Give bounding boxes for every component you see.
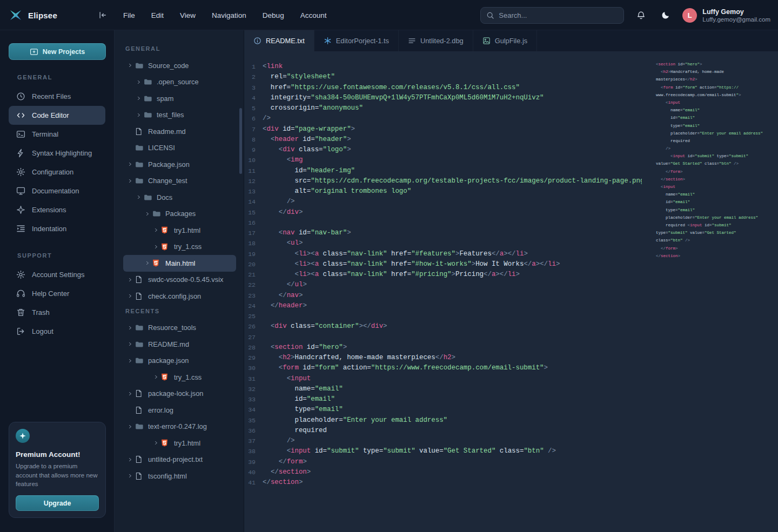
chevron-right-icon[interactable] (134, 113, 144, 117)
chevron-right-icon[interactable] (143, 261, 152, 265)
tree-item-check-config-json[interactable]: check.config.json (123, 288, 236, 305)
tree-item-try1-html[interactable]: try1.html (123, 222, 236, 239)
code-line: 18 <ul> (244, 238, 642, 248)
search-input[interactable] (499, 11, 618, 19)
file-name: try_1.css (174, 373, 202, 381)
chevron-right-icon[interactable] (143, 212, 152, 216)
sidebar-item-help-center[interactable]: Help Center (9, 284, 105, 303)
chevron-right-icon[interactable] (125, 392, 135, 396)
chevron-right-icon[interactable] (125, 63, 135, 68)
explorer-scrollbar[interactable] (239, 108, 242, 174)
sidebar-item-label: Terminal (32, 130, 58, 138)
sidebar-item-terminal[interactable]: Terminal (9, 125, 105, 144)
menu-navigation[interactable]: Navigation (212, 11, 246, 19)
tree-item-error-log[interactable]: error.log (123, 402, 236, 419)
sidebar-item-code-editor[interactable]: Code Editor (9, 106, 105, 125)
upgrade-button[interactable]: Upgrade (16, 495, 99, 511)
chevron-right-icon[interactable] (134, 195, 144, 199)
menu-debug[interactable]: Debug (263, 11, 284, 19)
chevron-right-icon[interactable] (134, 96, 144, 100)
code-text: <li><a class="nav-link" href="#features"… (263, 249, 528, 259)
menu-view[interactable]: View (180, 11, 196, 19)
tree-item-packages[interactable]: Packages (123, 206, 236, 223)
notifications-bell-button[interactable] (633, 7, 649, 23)
tree-item-docs[interactable]: Docs (123, 189, 236, 206)
collapse-sidebar-button[interactable] (95, 8, 110, 23)
tab-editorporject-1-ts[interactable]: EditorPorject-1.ts (314, 30, 399, 51)
tree-item-package-json[interactable]: package.json (123, 353, 236, 369)
line-number: 10 (244, 155, 263, 165)
tree-item-readme-md[interactable]: README.md (123, 336, 236, 353)
tree-item-package-lock-json[interactable]: package-lock.json (123, 386, 236, 402)
chevron-right-icon[interactable] (134, 80, 144, 84)
tree-item-package-json[interactable]: Package.json (123, 156, 236, 173)
tree-item-try-1-css[interactable]: try_1.css (123, 369, 236, 386)
chevron-right-icon[interactable] (125, 474, 135, 478)
chevron-right-icon[interactable] (125, 294, 135, 298)
tab-gulpfile-js[interactable]: GulpFile.js (473, 30, 537, 51)
chevron-right-icon[interactable] (151, 375, 161, 379)
menu-account[interactable]: Account (300, 11, 327, 19)
chevron-right-icon[interactable] (125, 425, 135, 429)
sidebar-item-account-settings[interactable]: Account Settings (9, 265, 105, 284)
chevron-right-icon[interactable] (125, 326, 135, 330)
minimap[interactable]: <section id="hero"> <h2>Handcrafted, hom… (642, 51, 778, 532)
minimap-line: <h2>Handcrafted, home-made (656, 68, 774, 76)
html-icon (161, 243, 172, 251)
sidebar-item-recent-files[interactable]: Recent Files (9, 87, 105, 106)
tree-item-open-source[interactable]: .open_source (123, 74, 236, 91)
tree-item-text-error-0-247-log[interactable]: text-error-0.247.log (123, 419, 236, 435)
sparkle-icon (16, 205, 25, 214)
new-projects-button[interactable]: New Projects (9, 43, 106, 60)
file-icon (135, 472, 146, 480)
zap-icon (16, 149, 25, 158)
tree-item-resuorce-tools[interactable]: Resuorce_tools (123, 320, 236, 336)
file-name: try_1.css (174, 243, 202, 251)
tree-item-source-code[interactable]: Source_code (123, 57, 236, 74)
sidebar-item-indentation[interactable]: Indentation (9, 219, 105, 238)
tab-untlited-2-dbg[interactable]: Untlited-2.dbg (399, 30, 473, 51)
sidebar-item-configuration[interactable]: Configuration (9, 163, 105, 181)
tree-item-change-test[interactable]: Change_test (123, 173, 236, 190)
file-name: README.md (148, 340, 189, 348)
sidebar-item-extensions[interactable]: Extensions (9, 200, 105, 219)
file-icon (135, 455, 146, 463)
menu-file[interactable]: File (123, 11, 135, 19)
tree-item-test-files[interactable]: test_files (123, 107, 236, 124)
chevron-right-icon[interactable] (151, 228, 161, 232)
user-profile[interactable]: L Luffy Gemoy Luffy.gemoy@gmail.com (682, 8, 770, 23)
chevron-right-icon[interactable] (125, 162, 135, 166)
tree-item-licensi[interactable]: LICENSI (123, 140, 236, 157)
chevron-right-icon[interactable] (125, 359, 135, 363)
chevron-right-icon[interactable] (125, 457, 135, 462)
sidebar-item-syntax-highlighting[interactable]: Syntax Highlighting (9, 144, 105, 163)
sidebar-item-trash[interactable]: Trash (9, 303, 105, 322)
tree-item-swdc-vscode-0-5-45-vsix[interactable]: swdc-vscode-0.5.45.vsix (123, 272, 236, 288)
line-number: 13 (244, 186, 263, 197)
tree-item-spam[interactable]: spam (123, 90, 236, 107)
tree-item-try-1-css[interactable]: try_1.css (123, 239, 236, 255)
sidebar-item-logout[interactable]: Logout (9, 322, 105, 341)
sidebar-item-label: Account Settings (32, 271, 85, 279)
menu-edit[interactable]: Edit (151, 11, 164, 19)
code-line: 41</section> (244, 477, 642, 488)
line-number: 7 (244, 124, 263, 134)
code-text: href="https://use.fontawesome.com/releas… (263, 83, 520, 93)
code-line: 33 id="email" (244, 394, 642, 405)
tree-item-tsconfig-html[interactable]: tsconfig.html (123, 468, 236, 484)
chevron-right-icon[interactable] (125, 342, 135, 346)
user-name: Luffy Gemoy (702, 8, 770, 16)
chevron-right-icon[interactable] (125, 179, 135, 183)
tab-readme-txt[interactable]: README.txt (244, 30, 314, 51)
user-meta: Luffy Gemoy Luffy.gemoy@gmail.com (702, 8, 770, 23)
tree-item-try1-html[interactable]: try1.html (123, 435, 236, 452)
dark-mode-toggle[interactable] (658, 7, 674, 23)
tree-item-main-html[interactable]: Main.html (123, 255, 236, 272)
chevron-right-icon[interactable] (125, 278, 135, 282)
chevron-right-icon[interactable] (151, 245, 161, 249)
code-area[interactable]: 1<link2 rel="stylesheet"3 href="https://… (244, 51, 642, 532)
tree-item-untlited-project-txt[interactable]: untlited-project.txt (123, 452, 236, 468)
chevron-right-icon[interactable] (151, 441, 161, 445)
sidebar-item-documentation[interactable]: Documentation (9, 181, 105, 200)
tree-item-readme-md[interactable]: Readme.md (123, 123, 236, 140)
